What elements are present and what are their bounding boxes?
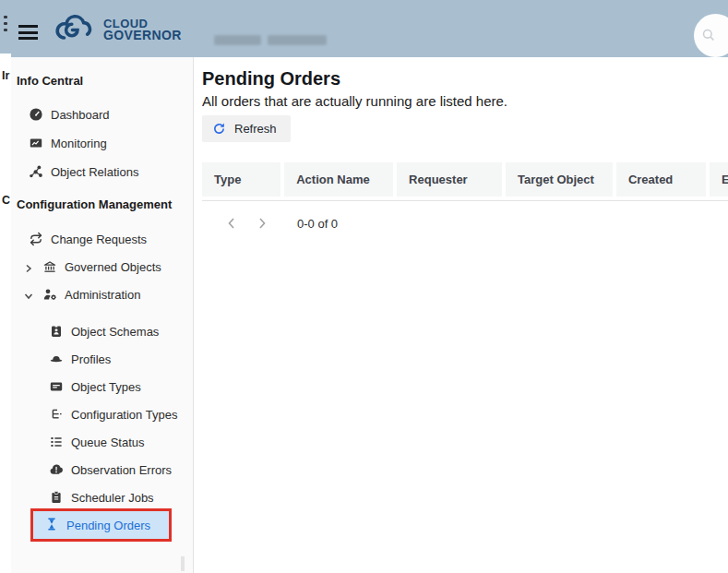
pagination: 0-0 of 0: [202, 207, 338, 240]
sidebar-item-scheduler-jobs[interactable]: Scheduler Jobs: [49, 483, 154, 511]
sidebar-item-pending-orders[interactable]: Pending Orders: [33, 511, 169, 539]
sidebar-item-label: Queue Status: [71, 436, 145, 449]
sidebar-item-label: Change Requests: [51, 233, 147, 246]
sidebar-item-label: Configuration Types: [71, 408, 177, 422]
change-requests-icon: [29, 232, 43, 246]
sidebar-item-object-types[interactable]: Object Types: [49, 373, 141, 400]
sidebar-item-label: Pending Orders: [66, 519, 150, 532]
sidebar-item-monitoring[interactable]: Monitoring: [29, 129, 107, 157]
pagination-range-label: 0-0 of 0: [297, 217, 338, 231]
chevron-left-icon: [226, 217, 237, 230]
governed-objects-icon: [42, 259, 57, 274]
sidebar-item-governed-objects[interactable]: Governed Objects: [24, 253, 161, 281]
object-relations-icon: [29, 164, 43, 179]
column-header-action-name[interactable]: Action Name: [284, 162, 393, 197]
table-divider: [202, 200, 728, 201]
object-types-icon: [49, 379, 64, 394]
app-header: CLOUD GOVERNOR: [0, 0, 728, 57]
column-header-requester[interactable]: Requester: [397, 162, 502, 197]
refresh-button-label: Refresh: [234, 122, 277, 136]
hamburger-menu-icon[interactable]: [18, 25, 39, 42]
main-content: Pending Orders All orders that are actua…: [195, 57, 728, 573]
app-window: CLOUD GOVERNOR Ir C Info Central Dashboa: [0, 0, 728, 573]
rail-clipped-label: Ir: [2, 69, 9, 82]
sidebar-item-label: Object Relations: [51, 165, 138, 179]
redacted-text: [214, 35, 327, 45]
sidebar-item-label: Scheduler Jobs: [71, 491, 154, 505]
chevron-right-icon: [257, 217, 268, 230]
red-annotation-box: Pending Orders: [30, 508, 172, 542]
rail-clipped-label: C: [2, 194, 10, 207]
sidebar-item-administration[interactable]: Administration: [24, 281, 140, 308]
refresh-button[interactable]: Refresh: [202, 115, 291, 142]
sidebar-item-label: Dashboard: [51, 108, 110, 122]
column-header-type[interactable]: Type: [202, 162, 280, 197]
section-title-configuration-management: Configuration Management: [17, 193, 172, 217]
sidebar-item-label: Observation Errors: [71, 463, 172, 477]
dashboard-icon: [29, 107, 43, 122]
column-header-created[interactable]: Created: [616, 162, 706, 197]
column-header-clipped[interactable]: Ex: [710, 162, 728, 197]
brand-line2: GOVERNOR: [103, 30, 182, 41]
kebab-dots-icon[interactable]: [4, 16, 8, 35]
sidebar-scrollbar-thumb[interactable]: [181, 556, 185, 571]
queue-status-icon: [49, 435, 64, 449]
previous-page-button[interactable]: [221, 212, 243, 234]
sidebar-item-object-schemas[interactable]: Object Schemas: [49, 317, 159, 345]
scheduler-jobs-icon: [49, 490, 64, 505]
administration-icon: [42, 287, 57, 302]
refresh-icon: [212, 122, 226, 136]
sidebar-item-label: Object Schemas: [71, 325, 159, 339]
sidebar-nav: Info Central Dashboard Monitoring Object…: [11, 57, 194, 573]
sidebar-item-observation-errors[interactable]: Observation Errors: [49, 456, 172, 483]
configuration-types-icon: [49, 407, 64, 422]
profiles-icon: [49, 352, 64, 366]
pending-orders-icon: [44, 517, 59, 534]
table-header-row: Type Action Name Requester Target Object…: [202, 162, 728, 197]
next-page-button[interactable]: [251, 212, 273, 234]
page-title: Pending Orders: [202, 68, 340, 90]
object-schemas-icon: [49, 324, 64, 339]
sidebar-item-configuration-types[interactable]: Configuration Types: [49, 400, 177, 428]
chevron-down-icon: [24, 290, 35, 299]
sidebar-item-change-requests[interactable]: Change Requests: [29, 225, 147, 253]
page-subtitle: All orders that are actually running are…: [202, 93, 507, 109]
brand-name: CLOUD GOVERNOR: [103, 18, 182, 41]
sidebar-item-label: Object Types: [71, 380, 141, 394]
monitoring-icon: [29, 136, 43, 150]
sidebar-item-label: Monitoring: [51, 137, 107, 150]
chevron-right-icon: [24, 262, 35, 271]
sidebar-item-label: Profiles: [71, 352, 111, 366]
sidebar-item-dashboard[interactable]: Dashboard: [29, 101, 110, 128]
sidebar-item-queue-status[interactable]: Queue Status: [49, 428, 145, 456]
column-header-target-object[interactable]: Target Object: [506, 162, 613, 197]
section-title-info-central: Info Central: [17, 69, 83, 93]
observation-errors-icon: [49, 462, 64, 477]
search-button[interactable]: [694, 14, 728, 57]
sidebar-item-label: Administration: [65, 288, 140, 302]
sidebar-item-profiles[interactable]: Profiles: [49, 345, 111, 373]
sidebar-item-object-relations[interactable]: Object Relations: [29, 158, 138, 185]
cloud-governor-logo-icon: [53, 14, 95, 47]
sidebar-item-label: Governed Objects: [65, 260, 161, 274]
collapsed-rail: Ir C: [0, 54, 11, 573]
